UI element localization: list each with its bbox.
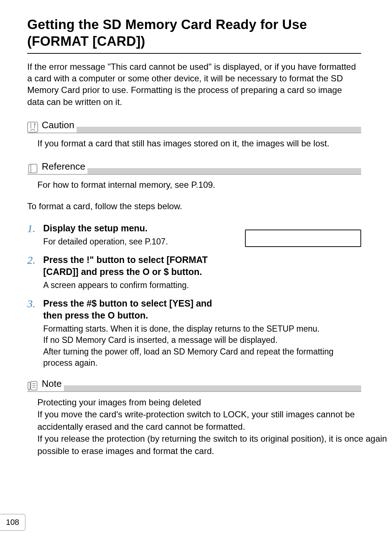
step-heading: Press the !" button to select [FORMAT [C… [43, 254, 217, 278]
note-header-row: Note [27, 377, 361, 392]
step-number: 3. [27, 297, 43, 309]
step-number: 2. [27, 254, 43, 266]
note-body: Protecting your images from being delete… [27, 396, 392, 457]
lead-sentence: To format a card, follow the steps below… [27, 201, 361, 211]
reference-header-row: Reference [27, 159, 361, 175]
note-icon [27, 380, 38, 391]
step-text: A screen appears to confirm formatting. [43, 280, 217, 291]
svg-rect-0 [28, 122, 38, 132]
note-line: If you move the card's write-protection … [37, 408, 392, 433]
caution-body: If you format a card that still has imag… [27, 138, 361, 149]
caution-shade [77, 127, 361, 133]
step-text: Formatting starts. When it is done, the … [43, 323, 361, 368]
step-heading: Press the #$ button to select [YES] and … [43, 297, 217, 321]
reference-body: For how to format internal memory, see P… [27, 179, 361, 191]
step: 3. Press the #$ button to select [YES] a… [27, 297, 361, 368]
caution-label: Caution [40, 118, 77, 133]
reference-shade [87, 168, 361, 174]
reference-label: Reference [40, 159, 87, 174]
reference-icon [27, 163, 38, 174]
intro-paragraph: If the error message "This card cannot b… [27, 61, 361, 108]
page-title: Getting the SD Memory Card Ready for Use… [27, 16, 361, 54]
caution-header-row: Caution [27, 118, 361, 133]
note-shade [64, 385, 361, 391]
caution-icon [27, 122, 38, 133]
note-label: Note [40, 377, 64, 391]
screenshot-placeholder [245, 230, 361, 247]
note-line: Protecting your images from being delete… [37, 396, 392, 409]
note-line: If you release the protection (by return… [37, 433, 392, 457]
svg-rect-6 [28, 382, 30, 389]
page-number: 108 [0, 514, 25, 531]
svg-point-1 [34, 123, 36, 125]
step-number: 1. [27, 222, 43, 234]
step: 2. Press the !" button to select [FORMAT… [27, 254, 361, 291]
